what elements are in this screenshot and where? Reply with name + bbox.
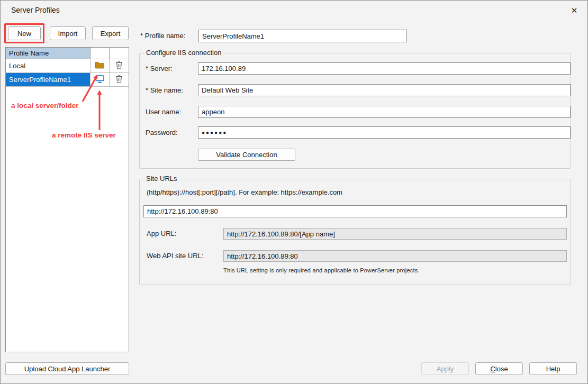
profile-table: Profile Name Local <box>5 47 129 352</box>
web-api-site-url-label: Web API site URL: <box>147 252 203 260</box>
close-rest: lose <box>495 365 508 373</box>
import-button[interactable]: Import <box>50 26 86 40</box>
profile-table-header: Profile Name <box>6 48 129 59</box>
profile-row-local[interactable]: Local <box>6 59 129 73</box>
validate-connection-button[interactable]: Validate Connection <box>198 149 295 161</box>
profile-name-cell[interactable]: Local <box>6 59 91 73</box>
close-button[interactable]: Close <box>475 362 523 375</box>
site-name-label: * Site name: <box>146 86 183 94</box>
web-api-site-url-value <box>223 250 567 262</box>
annotation-remote-server: a remote IIS server <box>52 131 116 139</box>
server-input[interactable] <box>198 62 571 75</box>
folder-icon <box>95 61 104 70</box>
remote-desktop-icon <box>95 75 104 85</box>
profile-type-cell <box>91 73 110 87</box>
url-format-hint: (http/https)://host[:port][/path]. For e… <box>147 188 342 196</box>
site-urls-group-title: Site URLs <box>144 175 179 182</box>
profile-row-serverprofilename1[interactable]: ServerProfileName1 <box>6 73 129 87</box>
close-icon[interactable]: ✕ <box>566 4 582 17</box>
server-profiles-dialog: Server Profiles ✕ New Import Export Prof… <box>0 0 588 384</box>
profile-name-input[interactable] <box>198 30 407 42</box>
password-label: Password: <box>146 129 178 136</box>
delete-profile-cell[interactable] <box>110 59 129 73</box>
help-button[interactable]: Help <box>529 362 577 375</box>
user-name-input[interactable] <box>198 106 571 118</box>
password-input[interactable] <box>198 126 571 139</box>
profile-type-cell <box>91 59 110 73</box>
column-header-delete <box>110 48 129 59</box>
column-header-profile-name: Profile Name <box>6 48 91 59</box>
annotation-local-server: a local server/folder <box>11 102 79 109</box>
app-url-value <box>223 228 567 240</box>
titlebar: Server Profiles ✕ <box>1 1 587 20</box>
column-header-type <box>91 48 110 59</box>
upload-cloud-app-launcher-button[interactable]: Upload Cloud App Launcher <box>5 362 129 375</box>
configure-iis-group-title: Configure IIS connection <box>144 49 223 57</box>
export-button[interactable]: Export <box>92 26 129 40</box>
profile-name-cell[interactable]: ServerProfileName1 <box>6 73 91 87</box>
server-label: * Server: <box>146 65 173 72</box>
site-url-input[interactable] <box>143 205 567 217</box>
trash-icon[interactable] <box>115 75 123 85</box>
powerserver-note: This URL setting is only required and ap… <box>223 267 420 273</box>
apply-button: Apply <box>421 362 469 375</box>
trash-icon[interactable] <box>115 61 123 71</box>
profile-name-label: * Profile name: <box>140 32 185 40</box>
window-title: Server Profiles <box>11 1 60 20</box>
new-button[interactable]: New <box>8 26 41 40</box>
user-name-label: User name: <box>146 108 181 116</box>
site-name-input[interactable] <box>198 84 571 96</box>
app-url-label: App URL: <box>147 230 176 237</box>
delete-profile-cell[interactable] <box>110 73 129 87</box>
close-accelerator: C <box>490 365 495 373</box>
